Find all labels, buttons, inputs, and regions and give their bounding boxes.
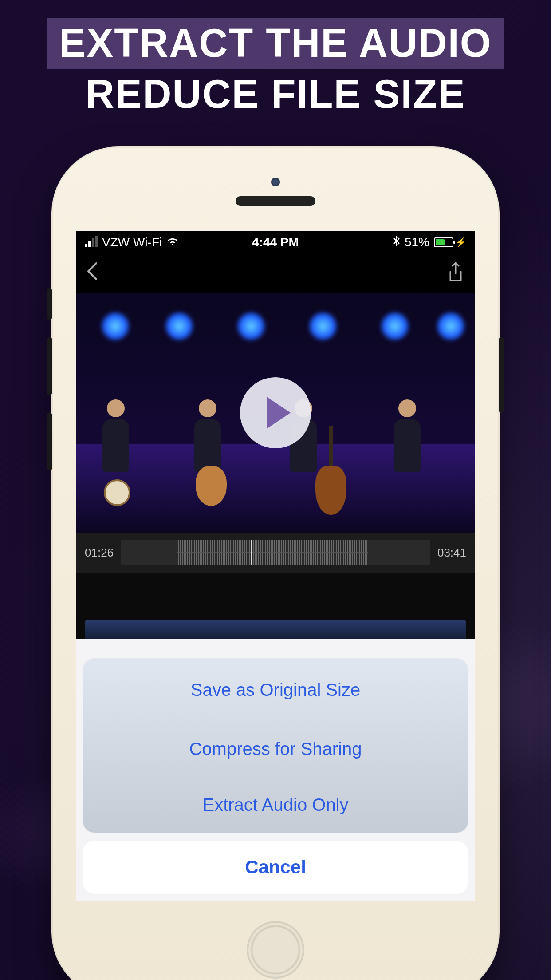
phone-power-button xyxy=(499,337,504,413)
wifi-icon xyxy=(166,236,179,249)
share-button[interactable] xyxy=(447,262,464,285)
battery-percent: 51% xyxy=(405,235,429,249)
status-bar: VZW Wi-Fi 4:44 PM 51% ⚡ xyxy=(76,231,475,254)
instrument-decor xyxy=(104,479,130,506)
promo-line-2: REDUCE FILE SIZE xyxy=(0,71,551,117)
phone-camera xyxy=(271,178,280,186)
instrument-decor xyxy=(315,426,346,515)
video-preview[interactable] xyxy=(76,293,475,533)
back-button[interactable] xyxy=(87,261,99,286)
battery-icon: ⚡ xyxy=(434,237,466,248)
phone-mockup: VZW Wi-Fi 4:44 PM 51% ⚡ xyxy=(51,146,500,980)
bluetooth-icon xyxy=(393,236,400,249)
nav-bar xyxy=(76,254,475,293)
option-extract-audio[interactable]: Extract Audio Only xyxy=(83,777,468,833)
carrier-label: VZW Wi-Fi xyxy=(102,235,162,249)
audio-timeline[interactable]: 01:26 03:41 xyxy=(76,533,475,573)
playhead[interactable] xyxy=(251,540,252,565)
phone-speaker xyxy=(236,196,315,206)
action-sheet-options: Save as Original Size Compress for Shari… xyxy=(83,659,468,833)
phone-home-button xyxy=(247,921,304,979)
musician-decor xyxy=(387,399,427,497)
play-icon[interactable] xyxy=(240,377,311,448)
phone-volume-down xyxy=(47,413,52,470)
promo-heading: EXTRACT THE AUDIO REDUCE FILE SIZE xyxy=(0,18,551,117)
phone-screen: VZW Wi-Fi 4:44 PM 51% ⚡ xyxy=(76,231,475,901)
editor-panel-background xyxy=(76,573,475,639)
waveform[interactable] xyxy=(121,540,430,565)
time-total: 03:41 xyxy=(437,546,466,560)
cancel-button[interactable]: Cancel xyxy=(83,841,468,894)
option-save-original[interactable]: Save as Original Size xyxy=(83,659,468,721)
action-sheet: Save as Original Size Compress for Shari… xyxy=(83,659,468,894)
signal-icon xyxy=(85,237,98,247)
instrument-decor xyxy=(196,466,227,506)
promo-line-1: EXTRACT THE AUDIO xyxy=(47,18,504,69)
phone-volume-up xyxy=(47,337,52,395)
time-current: 01:26 xyxy=(85,546,114,560)
phone-mute-switch xyxy=(47,288,52,320)
option-compress-sharing[interactable]: Compress for Sharing xyxy=(83,721,468,777)
